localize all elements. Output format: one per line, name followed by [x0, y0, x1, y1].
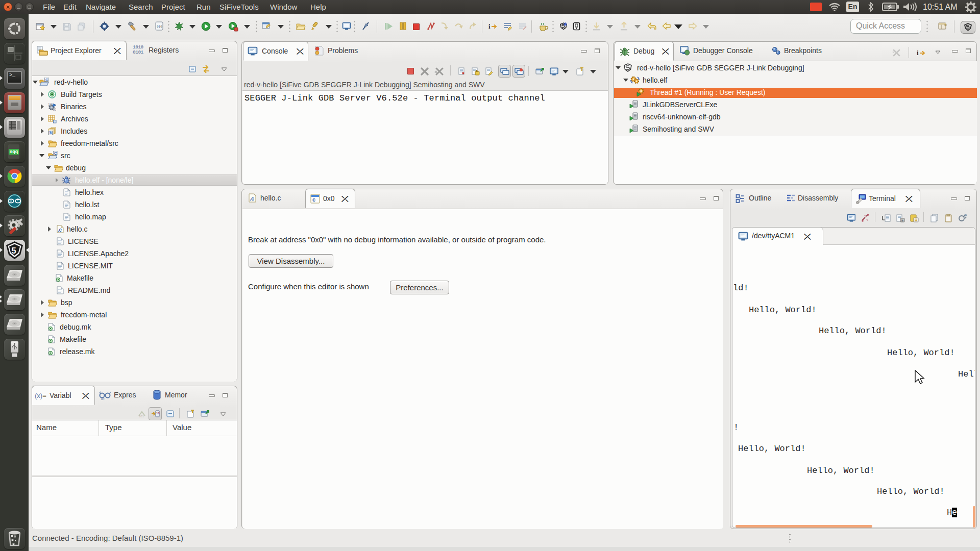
- svg-text:c: c: [312, 196, 315, 203]
- svg-text:x=: x=: [101, 397, 105, 400]
- svg-text:5: 5: [11, 246, 16, 256]
- svg-text:16: 16: [156, 412, 160, 415]
- svg-text:⊞: ⊞: [901, 219, 904, 222]
- svg-text:010: 010: [157, 24, 162, 28]
- svg-text:.c: .c: [250, 195, 254, 202]
- svg-text:i: i: [917, 49, 919, 57]
- svg-text:101: 101: [139, 415, 144, 418]
- svg-text:i: i: [488, 22, 491, 30]
